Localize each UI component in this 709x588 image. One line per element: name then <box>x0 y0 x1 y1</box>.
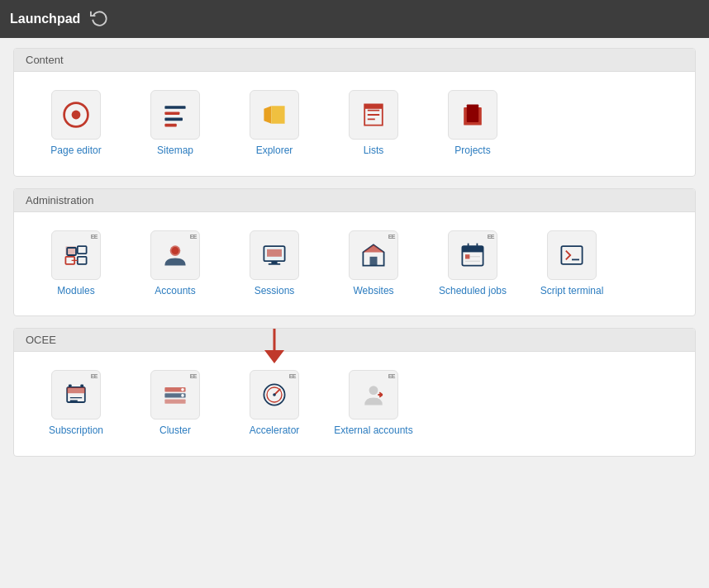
svg-rect-37 <box>67 387 85 393</box>
ocee-section-header: OCEE <box>14 329 695 352</box>
app-explorer[interactable]: Explorer <box>229 83 320 164</box>
svg-point-45 <box>181 388 184 391</box>
svg-rect-2 <box>164 106 185 109</box>
svg-point-1 <box>72 111 81 120</box>
app-lists[interactable]: Lists <box>328 83 419 164</box>
app-modules[interactable]: EE Modules <box>31 224 121 305</box>
svg-rect-12 <box>467 104 478 122</box>
svg-point-46 <box>181 394 184 397</box>
svg-rect-10 <box>364 104 383 108</box>
app-cluster[interactable]: EE Cluster <box>130 363 221 444</box>
arrow-indicator <box>258 328 291 367</box>
main-content: Content Page editor <box>0 38 709 478</box>
app-accounts[interactable]: EE Accounts <box>130 224 221 305</box>
app-websites[interactable]: EE Websites <box>328 224 419 305</box>
ocee-section: OCEE EE Subscription <box>13 328 696 457</box>
svg-rect-17 <box>78 256 87 263</box>
history-icon[interactable] <box>90 8 108 31</box>
app-page-editor-label: Page editor <box>50 145 101 158</box>
app-external-accounts[interactable]: EE External accounts <box>328 363 419 444</box>
svg-point-20 <box>172 247 179 254</box>
administration-section-body: EE Modules EE <box>14 212 695 316</box>
svg-rect-41 <box>80 385 83 388</box>
app-projects-label: Projects <box>454 145 490 158</box>
launchpad-title: Launchpad <box>10 12 80 26</box>
app-external-accounts-label: External accounts <box>334 424 412 438</box>
app-websites-label: Websites <box>353 285 393 298</box>
app-scheduled-jobs-label: Scheduled jobs <box>439 285 507 298</box>
app-lists-label: Lists <box>364 145 384 158</box>
app-explorer-label: Explorer <box>256 145 293 158</box>
app-sessions-label: Sessions <box>255 285 295 298</box>
svg-rect-15 <box>78 246 87 254</box>
svg-point-52 <box>273 393 276 396</box>
app-accelerator[interactable]: EE Accelerator <box>229 363 320 444</box>
app-cluster-label: Cluster <box>159 424 191 438</box>
svg-point-53 <box>369 386 378 395</box>
app-subscription-label: Subscription <box>49 424 103 438</box>
svg-marker-48 <box>264 350 284 363</box>
app-page-editor[interactable]: Page editor <box>31 83 121 164</box>
app-projects[interactable]: Projects <box>427 83 518 164</box>
app-sitemap-label: Sitemap <box>157 145 193 158</box>
svg-rect-44 <box>164 400 185 404</box>
content-section: Content Page editor <box>13 48 696 177</box>
app-script-terminal-label: Script terminal <box>540 285 604 298</box>
svg-rect-33 <box>465 254 469 258</box>
app-accelerator-label: Accelerator <box>250 424 300 438</box>
svg-rect-4 <box>164 118 183 121</box>
app-scheduled-jobs[interactable]: EE Scheduled jobs <box>427 224 518 305</box>
app-sessions[interactable]: Sessions <box>229 224 320 305</box>
svg-rect-34 <box>561 246 582 264</box>
administration-section: Administration EE Modules <box>13 188 696 317</box>
svg-rect-3 <box>164 111 179 115</box>
svg-rect-26 <box>370 256 378 265</box>
ocee-section-body: EE Subscription EE <box>14 352 695 456</box>
app-modules-label: Modules <box>57 285 94 298</box>
content-section-header: Content <box>14 49 695 72</box>
svg-rect-25 <box>267 249 282 256</box>
app-script-terminal[interactable]: Script terminal <box>526 224 617 305</box>
svg-rect-28 <box>462 246 483 252</box>
top-bar: Launchpad <box>0 0 709 38</box>
svg-rect-5 <box>164 124 176 127</box>
administration-section-header: Administration <box>14 189 695 212</box>
app-accounts-label: Accounts <box>155 285 195 298</box>
app-sitemap[interactable]: Sitemap <box>130 83 221 164</box>
svg-rect-40 <box>69 385 72 388</box>
content-section-body: Page editor Sitemap <box>14 72 695 176</box>
app-subscription[interactable]: EE Subscription <box>31 363 121 444</box>
